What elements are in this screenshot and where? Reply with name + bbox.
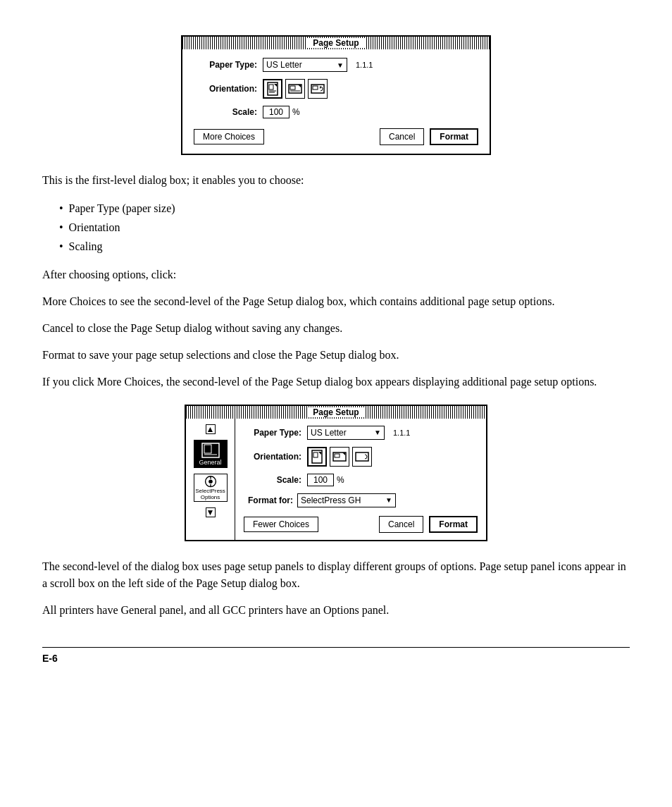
- page-footer: E-6: [42, 653, 58, 664]
- cancel-button-2[interactable]: Cancel: [379, 516, 423, 533]
- paper-type-row-2: Paper Type: US Letter ▼ 1.1.1: [244, 426, 478, 440]
- more-choices-desc: More Choices to see the second-level of …: [42, 293, 630, 310]
- second-dialog-main: Paper Type: US Letter ▼ 1.1.1 Orientatio…: [235, 419, 486, 540]
- scale-label-2: Scale:: [244, 475, 301, 485]
- second-dialog: Page Setup ▲ General: [185, 405, 487, 541]
- scale-input[interactable]: [263, 106, 290, 118]
- second-dialog-title-bar: Page Setup: [186, 406, 486, 419]
- bullet-item-3: Scaling: [59, 237, 630, 256]
- selectpress-label: SelectPress Options: [194, 488, 227, 501]
- after-choosing-text: After choosing options, click:: [42, 266, 630, 283]
- rotate-icon[interactable]: [308, 79, 328, 99]
- svg-rect-10: [313, 86, 318, 90]
- rotate-svg: [310, 81, 325, 97]
- svg-rect-13: [204, 445, 211, 453]
- format-for-row: Format for: SelectPress GH ▼: [244, 493, 478, 507]
- landscape-icon[interactable]: [285, 79, 305, 99]
- second-dialog-body: ▲ General SelectPr: [186, 419, 486, 540]
- first-dialog-content: Paper Type: US Letter ▼ 1.1.1 Orientatio…: [182, 49, 490, 154]
- format-for-value: SelectPress GH: [301, 495, 361, 505]
- portrait-svg-2: [309, 449, 325, 464]
- version-label-2: 1.1.1: [393, 429, 410, 437]
- orientation-row-2: Orientation:: [244, 447, 478, 467]
- landscape-svg-2: [332, 449, 347, 464]
- scale-unit-2: %: [337, 475, 344, 485]
- scale-unit: %: [292, 107, 300, 117]
- second-dialog-container: Page Setup ▲ General: [42, 405, 630, 541]
- rotate-icon-2[interactable]: [352, 447, 372, 467]
- general-label: General: [199, 459, 221, 466]
- dropdown-arrow-icon-2: ▼: [374, 429, 381, 436]
- format-button-2[interactable]: Format: [429, 516, 478, 533]
- svg-marker-4: [274, 84, 277, 87]
- version-label: 1.1.1: [356, 61, 373, 69]
- svg-rect-20: [313, 452, 318, 457]
- svg-point-16: [209, 479, 213, 483]
- portrait-icon[interactable]: [263, 79, 282, 99]
- intro-text: This is the first-level dialog box; it e…: [42, 172, 630, 189]
- paper-type-value: US Letter: [266, 60, 302, 70]
- scroll-up-arrow[interactable]: ▲: [206, 424, 216, 434]
- format-desc: Format to save your page setup selection…: [42, 347, 630, 364]
- dialog-sidebar: ▲ General SelectPr: [186, 419, 235, 540]
- cancel-button-1[interactable]: Cancel: [380, 128, 424, 145]
- rotate-svg-2: [354, 449, 370, 464]
- second-dialog-buttons: Fewer Choices Cancel Format: [244, 513, 478, 533]
- bullet-list: Paper Type (paper size) Orientation Scal…: [59, 199, 630, 257]
- first-dialog-title-bar: Page Setup: [182, 37, 490, 49]
- first-dialog-container: Page Setup Paper Type: US Letter ▼ 1.1.1…: [42, 35, 630, 155]
- format-for-arrow-icon: ▼: [385, 496, 392, 504]
- orientation-icons: [263, 79, 328, 99]
- format-for-label: Format for:: [244, 495, 293, 505]
- cancel-desc: Cancel to close the Page Setup dialog wi…: [42, 320, 630, 337]
- svg-rect-12: [202, 443, 219, 457]
- general-icon-svg: [201, 442, 220, 459]
- paper-type-label-2: Paper Type:: [244, 428, 301, 438]
- selectpress-icon-svg: [201, 474, 220, 488]
- second-dialog-title: Page Setup: [307, 407, 364, 417]
- fewer-choices-button[interactable]: Fewer Choices: [244, 517, 318, 532]
- orientation-row: Orientation:: [194, 79, 478, 99]
- portrait-icon-2[interactable]: [307, 447, 327, 467]
- first-dialog-buttons: More Choices Cancel Format: [194, 125, 478, 145]
- svg-rect-23: [335, 454, 340, 457]
- format-button-1[interactable]: Format: [430, 128, 478, 145]
- svg-rect-6: [290, 86, 295, 90]
- format-for-dropdown[interactable]: SelectPress GH ▼: [297, 493, 396, 507]
- selectpress-panel-icon[interactable]: SelectPress Options: [194, 474, 228, 502]
- second-level-desc: If you click More Choices, the second-le…: [42, 374, 630, 390]
- svg-rect-25: [356, 452, 368, 461]
- paper-type-dropdown-2[interactable]: US Letter ▼: [307, 426, 385, 440]
- first-dialog: Page Setup Paper Type: US Letter ▼ 1.1.1…: [181, 35, 491, 155]
- orientation-label: Orientation:: [194, 84, 257, 94]
- paper-type-label: Paper Type:: [194, 60, 257, 70]
- panels-desc: The second-level of the dialog box uses …: [42, 558, 630, 592]
- more-choices-button[interactable]: More Choices: [194, 129, 264, 144]
- orientation-label-2: Orientation:: [244, 452, 301, 462]
- svg-marker-8: [298, 85, 301, 87]
- scale-row-2: Scale: %: [244, 474, 478, 486]
- orientation-icons-2: [307, 447, 372, 467]
- paper-type-value-2: US Letter: [311, 428, 347, 438]
- all-printers-desc: All printers have General panel, and all…: [42, 602, 630, 619]
- landscape-icon-2[interactable]: [330, 447, 349, 467]
- landscape-svg: [287, 81, 303, 97]
- svg-rect-1: [269, 85, 273, 90]
- scale-input-2[interactable]: [307, 474, 334, 486]
- scale-label: Scale:: [194, 107, 257, 117]
- scale-row: Scale: %: [194, 106, 478, 118]
- svg-marker-21: [318, 452, 321, 455]
- scroll-down-arrow[interactable]: ▼: [206, 507, 216, 517]
- svg-marker-24: [342, 452, 345, 455]
- general-panel-icon[interactable]: General: [194, 440, 228, 468]
- portrait-svg: [265, 81, 280, 97]
- bullet-item-2: Orientation: [59, 218, 630, 237]
- paper-type-dropdown[interactable]: US Letter ▼: [263, 58, 347, 72]
- first-dialog-title: Page Setup: [307, 38, 364, 48]
- paper-type-row: Paper Type: US Letter ▼ 1.1.1: [194, 58, 478, 72]
- bullet-item-1: Paper Type (paper size): [59, 199, 630, 218]
- dropdown-arrow-icon: ▼: [337, 61, 344, 69]
